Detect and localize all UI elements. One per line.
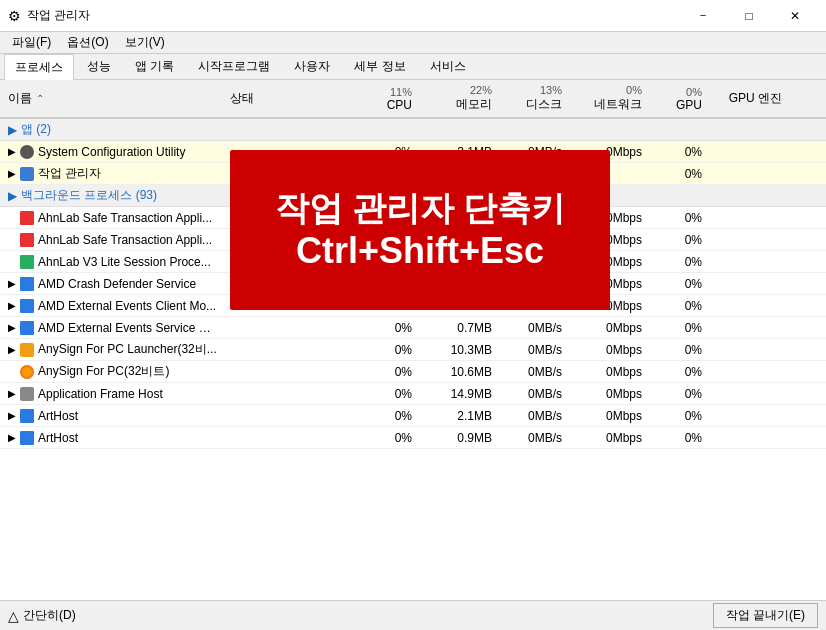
col-header-name[interactable]: 이름 bbox=[8, 90, 32, 107]
process-icon bbox=[20, 431, 34, 445]
process-cpu: 0% bbox=[350, 343, 420, 357]
process-mem: 0.7MB bbox=[420, 321, 500, 335]
window-title: 작업 관리자 bbox=[27, 7, 90, 24]
process-disk: 0MB/s bbox=[500, 343, 570, 357]
process-name: AhnLab Safe Transaction Appli... bbox=[38, 233, 218, 247]
app-icon: ⚙ bbox=[8, 8, 21, 24]
minimize-button[interactable]: － bbox=[680, 0, 726, 32]
process-icon bbox=[20, 299, 34, 313]
process-net: 0Mbps bbox=[570, 365, 650, 379]
process-mem: 2.1MB bbox=[420, 409, 500, 423]
col-header-cpu[interactable]: 11% CPU bbox=[350, 86, 420, 112]
table-row[interactable]: ▶ AnySign For PC Launcher(32비... 0% 10.3… bbox=[0, 339, 826, 361]
col-header-net[interactable]: 0% 네트워크 bbox=[570, 84, 650, 113]
process-name: System Configuration Utility bbox=[38, 145, 218, 159]
expand-icon[interactable]: ▶ bbox=[4, 300, 20, 311]
group-bg-expand-icon: ▶ bbox=[8, 189, 17, 203]
process-net: 0Mbps bbox=[570, 321, 650, 335]
process-cpu: 0% bbox=[350, 387, 420, 401]
process-icon bbox=[20, 365, 34, 379]
expand-icon[interactable]: ▶ bbox=[4, 410, 20, 421]
banner-line1: 작업 관리자 단축키 bbox=[275, 188, 566, 229]
process-icon bbox=[20, 321, 34, 335]
process-net: 0Mbps bbox=[570, 409, 650, 423]
process-name: AMD Crash Defender Service bbox=[38, 277, 218, 291]
col-header-mem[interactable]: 22% 메모리 bbox=[420, 84, 500, 113]
expand-icon[interactable]: ▶ bbox=[4, 146, 20, 157]
menu-bar: 파일(F) 옵션(O) 보기(V) bbox=[0, 32, 826, 54]
process-name: AMD External Events Service M... bbox=[38, 321, 218, 335]
process-cpu: 0% bbox=[350, 431, 420, 445]
menu-view[interactable]: 보기(V) bbox=[117, 32, 173, 53]
menu-options[interactable]: 옵션(O) bbox=[59, 32, 116, 53]
process-gpu: 0% bbox=[650, 343, 710, 357]
process-icon bbox=[20, 277, 34, 291]
expand-icon[interactable]: ▶ bbox=[4, 344, 20, 355]
close-button[interactable]: ✕ bbox=[772, 0, 818, 32]
expand-icon[interactable]: ▶ bbox=[4, 168, 20, 179]
process-name: AMD External Events Client Mo... bbox=[38, 299, 218, 313]
process-net: 0Mbps bbox=[570, 387, 650, 401]
tab-details[interactable]: 세부 정보 bbox=[343, 53, 416, 79]
simple-view-button[interactable]: △ 간단히(D) bbox=[8, 607, 76, 624]
process-name: AnySign For PC(32비트) bbox=[38, 363, 218, 380]
process-icon bbox=[20, 387, 34, 401]
process-icon bbox=[20, 167, 34, 181]
process-icon bbox=[20, 145, 34, 159]
expand-icon[interactable]: ▶ bbox=[4, 278, 20, 289]
menu-file[interactable]: 파일(F) bbox=[4, 32, 59, 53]
maximize-button[interactable]: □ bbox=[726, 0, 772, 32]
process-net: 0Mbps bbox=[570, 431, 650, 445]
process-net: 0Mbps bbox=[570, 343, 650, 357]
end-task-button[interactable]: 작업 끝내기(E) bbox=[713, 603, 818, 628]
process-icon bbox=[20, 255, 34, 269]
bottom-bar: △ 간단히(D) 작업 끝내기(E) bbox=[0, 600, 826, 630]
process-gpu: 0% bbox=[650, 145, 710, 159]
tab-bar: 프로세스 성능 앱 기록 시작프로그램 사용자 세부 정보 서비스 bbox=[0, 54, 826, 80]
col-header-gpu[interactable]: 0% GPU bbox=[650, 86, 710, 112]
table-row[interactable]: ▶ Application Frame Host 0% 14.9MB 0MB/s… bbox=[0, 383, 826, 405]
process-mem: 14.9MB bbox=[420, 387, 500, 401]
group-apps-header[interactable]: ▶ 앱 (2) bbox=[0, 119, 826, 141]
process-icon bbox=[20, 343, 34, 357]
col-header-status[interactable]: 상태 bbox=[230, 90, 350, 107]
col-header-gpueng[interactable]: GPU 엔진 bbox=[710, 90, 790, 107]
table-header: 이름 ⌃ 상태 11% CPU 22% 메모리 13% 디스크 0% 네트워크 … bbox=[0, 80, 826, 119]
group-apps-expand-icon: ▶ bbox=[8, 123, 17, 137]
process-name: AnySign For PC Launcher(32비... bbox=[38, 341, 218, 358]
process-gpu: 0% bbox=[650, 211, 710, 225]
tab-app-history[interactable]: 앱 기록 bbox=[124, 53, 185, 79]
title-bar: ⚙ 작업 관리자 － □ ✕ bbox=[0, 0, 826, 32]
tab-users[interactable]: 사용자 bbox=[283, 53, 341, 79]
tab-startup[interactable]: 시작프로그램 bbox=[187, 53, 281, 79]
shortcut-overlay: 작업 관리자 단축키 Ctrl+Shift+Esc bbox=[230, 150, 610, 310]
process-gpu: 0% bbox=[650, 255, 710, 269]
tab-performance[interactable]: 성능 bbox=[76, 53, 122, 79]
table-row[interactable]: ▶ ArtHost 0% 2.1MB 0MB/s 0Mbps 0% bbox=[0, 405, 826, 427]
simple-label: 간단히(D) bbox=[23, 607, 76, 624]
process-disk: 0MB/s bbox=[500, 321, 570, 335]
process-name: AhnLab Safe Transaction Appli... bbox=[38, 211, 218, 225]
process-gpu: 0% bbox=[650, 167, 710, 181]
col-header-disk[interactable]: 13% 디스크 bbox=[500, 84, 570, 113]
process-gpu: 0% bbox=[650, 299, 710, 313]
up-arrow-icon: △ bbox=[8, 608, 19, 624]
banner-line2: Ctrl+Shift+Esc bbox=[296, 229, 544, 272]
tab-services[interactable]: 서비스 bbox=[419, 53, 477, 79]
expand-icon[interactable]: ▶ bbox=[4, 388, 20, 399]
process-cpu: 0% bbox=[350, 321, 420, 335]
table-row[interactable]: ▶ AMD External Events Service M... 0% 0.… bbox=[0, 317, 826, 339]
process-disk: 0MB/s bbox=[500, 365, 570, 379]
process-icon bbox=[20, 233, 34, 247]
expand-icon[interactable]: ▶ bbox=[4, 432, 20, 443]
process-name: ArtHost bbox=[38, 409, 218, 423]
expand-icon[interactable]: ▶ bbox=[4, 322, 20, 333]
process-disk: 0MB/s bbox=[500, 431, 570, 445]
process-name: ArtHost bbox=[38, 431, 218, 445]
process-gpu: 0% bbox=[650, 387, 710, 401]
tab-process[interactable]: 프로세스 bbox=[4, 54, 74, 80]
process-cpu: 0% bbox=[350, 409, 420, 423]
table-row[interactable]: ▶ ArtHost 0% 0.9MB 0MB/s 0Mbps 0% bbox=[0, 427, 826, 449]
table-row[interactable]: AnySign For PC(32비트) 0% 10.6MB 0MB/s 0Mb… bbox=[0, 361, 826, 383]
process-name: 작업 관리자 bbox=[38, 165, 218, 182]
